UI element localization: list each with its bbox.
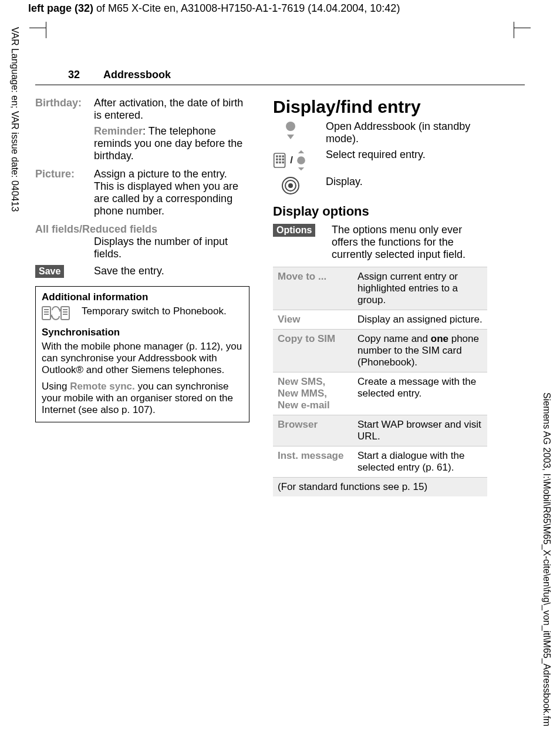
opt-label: Move to ... — [273, 267, 353, 310]
select-entry-icon: / — [273, 149, 308, 172]
svg-rect-18 — [282, 159, 284, 160]
step-display-text: Display. — [326, 176, 487, 188]
opt-desc: Assign current entry or highlighted entr… — [353, 267, 487, 310]
options-text: The options menu only ever offers the fu… — [332, 224, 487, 261]
opt-desc: Start WAP browser and visit URL. — [353, 415, 487, 446]
joystick-down-icon — [273, 120, 308, 140]
page-body: 32 Addressbook Birthday: After activatio… — [35, 28, 525, 496]
crop-mark — [29, 28, 46, 28]
all-fields-text: Displays the number of input fields. — [94, 236, 249, 260]
svg-point-28 — [288, 183, 293, 188]
info-box: Additional information — [35, 286, 249, 422]
svg-marker-11 — [287, 135, 294, 139]
section-title: Addressbook — [103, 69, 171, 81]
svg-point-10 — [286, 122, 295, 131]
svg-rect-19 — [276, 162, 278, 163]
save-text: Save the entry. — [94, 265, 249, 277]
crop-mark — [46, 22, 46, 38]
birthday-text: After activation, the date of birth is e… — [94, 97, 249, 122]
right-column: Display/find entry Open Addressbook (in … — [273, 97, 487, 496]
table-row: Copy to SIM Copy name and one phone numb… — [273, 330, 487, 372]
opt-desc: Create a message with the selected entry… — [353, 372, 487, 415]
info-box-title: Additional information — [42, 291, 243, 303]
svg-marker-25 — [298, 167, 304, 170]
svg-rect-16 — [276, 159, 278, 160]
svg-rect-0 — [42, 307, 50, 320]
phonebook-switch-icon — [42, 305, 70, 321]
birthday-label: Birthday: — [35, 97, 94, 162]
display-find-heading: Display/find entry — [273, 97, 487, 117]
opt-desc: Copy name and one phone number to the SI… — [353, 330, 487, 372]
table-row: New SMS, New MMS, New e-mail Create a me… — [273, 372, 487, 415]
options-softkey: Options — [273, 224, 315, 237]
sync-para-1: With the mobile phone manager (p. 112), … — [42, 341, 243, 376]
center-press-icon — [273, 176, 308, 196]
svg-marker-23 — [298, 150, 304, 153]
page-header-rest: of M65 X-Cite en, A31008-H7150-A1-1-7619… — [93, 2, 400, 14]
svg-rect-17 — [279, 159, 281, 160]
crop-mark — [514, 28, 531, 28]
display-options-heading: Display options — [273, 204, 487, 219]
table-row: Browser Start WAP browser and visit URL. — [273, 415, 487, 446]
all-fields-label: All fields/Reduced fields — [35, 223, 249, 236]
page-header-bold: left page (32) — [28, 2, 93, 14]
step-select-text: Select required entry. — [326, 149, 487, 161]
page-header: left page (32) of M65 X-Cite en, A31008-… — [0, 0, 560, 17]
sync-title: Synchronisation — [42, 327, 243, 338]
svg-point-24 — [297, 156, 305, 164]
sync-para-2: Using Remote sync. you can synchronise y… — [42, 381, 243, 416]
table-row: (For standard functions see p. 15) — [273, 478, 487, 497]
opt-desc: Display an assigned picture. — [353, 310, 487, 330]
table-row: View Display an assigned picture. — [273, 310, 487, 330]
svg-rect-14 — [279, 155, 281, 157]
phonebook-switch-text: Temporary switch to Phonebook. — [82, 305, 227, 317]
running-head: 32 Addressbook — [35, 28, 525, 85]
left-column: Birthday: After activation, the date of … — [35, 97, 249, 496]
table-row: Inst. message Start a dialogue with the … — [273, 446, 487, 478]
svg-rect-13 — [276, 155, 278, 157]
opt-footer: (For standard functions see p. 15) — [273, 478, 487, 497]
svg-rect-21 — [282, 162, 284, 163]
margin-text-left: VAR Language: en; VAR issue date: 040413 — [9, 27, 20, 211]
opt-label: New SMS, New MMS, New e-mail — [273, 372, 353, 415]
opt-label: View — [273, 310, 353, 330]
options-table: Move to ... Assign current entry or high… — [273, 267, 487, 496]
table-row: Move to ... Assign current entry or high… — [273, 267, 487, 310]
picture-label: Picture: — [35, 168, 94, 217]
opt-label: Copy to SIM — [273, 330, 353, 372]
svg-rect-6 — [61, 307, 69, 320]
crop-mark — [514, 22, 514, 38]
opt-label: Browser — [273, 415, 353, 446]
save-softkey: Save — [35, 265, 64, 278]
svg-rect-20 — [279, 162, 281, 163]
reminder-label: Reminder — [94, 125, 143, 137]
page-number: 32 — [68, 69, 80, 81]
opt-label: Inst. message — [273, 446, 353, 478]
margin-text-right: Siemens AG 2003, I:\Mobil\R65\M65_X-cite… — [541, 392, 552, 532]
svg-text:/: / — [290, 154, 293, 166]
svg-rect-15 — [282, 155, 284, 157]
opt-desc: Start a dialogue with the selected entry… — [353, 446, 487, 478]
picture-text: Assign a picture to the entry. This is d… — [94, 168, 249, 217]
step-open-text: Open Addressbook (in standby mode). — [326, 120, 487, 145]
